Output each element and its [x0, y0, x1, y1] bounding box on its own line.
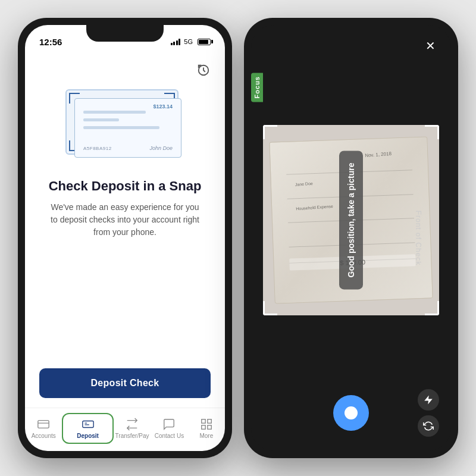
close-icon: ✕ — [425, 40, 436, 52]
tab-deposit-label: Deposit — [77, 433, 99, 439]
svg-rect-7 — [208, 419, 211, 423]
svg-rect-8 — [202, 425, 205, 429]
svg-marker-10 — [424, 396, 433, 405]
battery-icon — [198, 39, 211, 45]
svg-rect-9 — [208, 425, 211, 429]
camera-top-bar: ✕ — [251, 25, 451, 61]
tab-accounts-label: Accounts — [32, 433, 56, 439]
app-bottom: Deposit Check — [25, 356, 225, 398]
focus-label: Focus — [251, 73, 263, 102]
camera-bottom-controls — [251, 380, 451, 451]
app-content: $123.14 A5F8BA912 John Doe Check Deposit… — [25, 54, 225, 356]
check-amount: $123.14 — [153, 104, 173, 109]
frame-corner-br — [425, 301, 439, 315]
contact-icon — [162, 418, 176, 431]
deposit-icon — [82, 418, 95, 431]
close-camera-button[interactable]: ✕ — [421, 37, 439, 55]
phone-2: ✕ Focus Front of Check Nov. 1, 2018 Jane… — [244, 18, 458, 458]
status-time: 12:56 — [39, 37, 62, 47]
flash-button[interactable] — [418, 389, 439, 411]
frame-corner-tl — [263, 125, 277, 139]
check-signature: John Doe — [149, 145, 173, 151]
check-doc-memo: Household Expense — [296, 204, 333, 211]
svg-rect-1 — [38, 421, 49, 428]
phone-1: 12:56 5G — [18, 18, 232, 458]
tab-contact-label: Contact Us — [155, 433, 184, 439]
tab-bar: Accounts Deposit — [25, 408, 225, 451]
tab-transfer-label: Transfer/Pay — [115, 433, 149, 439]
check-illustration: $123.14 A5F8BA912 John Doe — [65, 89, 184, 161]
check-capture-area: Nov. 1, 2018 Jane Doe Household Expense … — [263, 61, 439, 380]
tab-deposit[interactable]: Deposit — [62, 413, 113, 444]
tab-contact[interactable]: Contact Us — [151, 418, 187, 439]
history-button[interactable] — [194, 61, 213, 80]
banking-app-screen: 12:56 5G — [25, 25, 225, 451]
shutter-button[interactable] — [333, 395, 369, 431]
check-lines — [83, 111, 173, 134]
hero-description: We've made an easy experience for you to… — [48, 201, 202, 239]
svg-rect-6 — [202, 419, 205, 423]
phone-notch — [86, 25, 164, 42]
signal-bars-icon — [171, 38, 181, 45]
check-inner-body: $123.14 A5F8BA912 John Doe — [74, 98, 181, 158]
tab-more[interactable]: More — [188, 418, 225, 439]
front-of-check-label: Front of Check — [415, 211, 423, 266]
shutter-inner — [345, 406, 358, 419]
deposit-check-button[interactable]: Deposit Check — [39, 368, 211, 398]
flip-camera-button[interactable] — [418, 415, 439, 437]
check-photo: Nov. 1, 2018 Jane Doe Household Expense … — [263, 125, 439, 315]
svg-rect-3 — [82, 421, 93, 428]
accounts-icon — [37, 418, 50, 431]
check-number: A5F8BA912 — [83, 146, 112, 151]
check-doc-payee: Jane Doe — [295, 181, 312, 186]
tab-transfer[interactable]: Transfer/Pay — [114, 418, 151, 439]
transfer-icon — [126, 418, 139, 431]
position-message: Good position, take a picture — [339, 151, 363, 290]
signal-text: 5G — [184, 38, 193, 45]
check-doc-date: Nov. 1, 2018 — [364, 151, 391, 158]
status-icons: 5G — [171, 38, 211, 45]
tab-accounts[interactable]: Accounts — [25, 418, 62, 439]
hero-title: Check Deposit in a Snap — [49, 178, 202, 194]
tab-more-label: More — [199, 433, 213, 439]
camera-side-buttons — [418, 389, 439, 437]
camera-screen: ✕ Focus Front of Check Nov. 1, 2018 Jane… — [251, 25, 451, 451]
more-icon — [200, 418, 213, 431]
